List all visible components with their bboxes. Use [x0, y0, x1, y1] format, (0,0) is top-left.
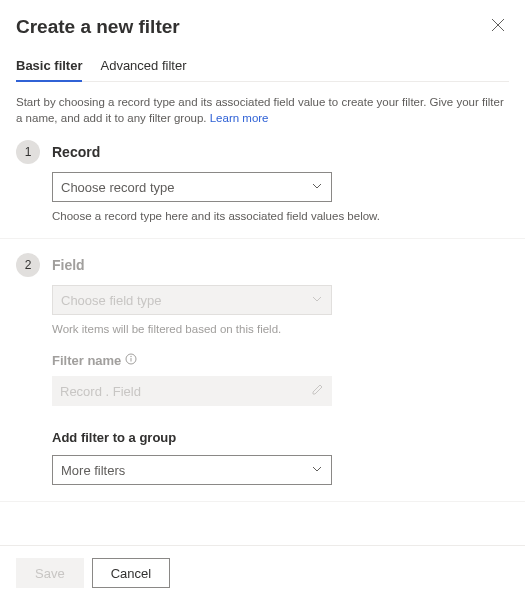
step-field-title: Field	[52, 257, 85, 273]
tab-basic-filter[interactable]: Basic filter	[16, 58, 82, 81]
step-record-title: Record	[52, 144, 100, 160]
filter-name-label: Filter name	[52, 353, 509, 368]
filter-name-input: Record . Field	[52, 376, 332, 406]
record-helper-text: Choose a record type here and its associ…	[52, 210, 509, 222]
record-type-select[interactable]: Choose record type	[52, 172, 332, 202]
field-helper-text: Work items will be filtered based on thi…	[52, 323, 509, 335]
field-type-placeholder: Choose field type	[61, 293, 161, 308]
step-record: 1 Record Choose record type Choose a rec…	[0, 126, 525, 239]
chevron-down-icon	[311, 180, 323, 195]
filter-name-label-text: Filter name	[52, 353, 121, 368]
footer: Save Cancel	[0, 545, 525, 600]
record-type-placeholder: Choose record type	[61, 180, 174, 195]
svg-point-1	[131, 356, 132, 357]
close-icon	[491, 18, 505, 32]
filter-group-select[interactable]: More filters	[52, 455, 332, 485]
filter-group-value: More filters	[61, 463, 125, 478]
step-number-1: 1	[16, 140, 40, 164]
tab-bar: Basic filter Advanced filter	[16, 58, 509, 82]
info-icon[interactable]	[125, 353, 137, 368]
filter-name-placeholder: Record . Field	[60, 384, 141, 399]
chevron-down-icon	[311, 293, 323, 308]
intro-text: Start by choosing a record type and its …	[16, 94, 509, 126]
save-button: Save	[16, 558, 84, 588]
step-number-2: 2	[16, 253, 40, 277]
chevron-down-icon	[311, 463, 323, 478]
learn-more-link[interactable]: Learn more	[210, 112, 269, 124]
step-field: 2 Field Choose field type Work items wil…	[0, 239, 525, 502]
close-button[interactable]	[487, 16, 509, 38]
edit-icon	[311, 383, 324, 399]
add-to-group-label: Add filter to a group	[52, 430, 509, 445]
tab-advanced-filter[interactable]: Advanced filter	[100, 58, 186, 81]
cancel-button[interactable]: Cancel	[92, 558, 170, 588]
field-type-select: Choose field type	[52, 285, 332, 315]
svg-rect-2	[131, 358, 132, 362]
panel-title: Create a new filter	[16, 16, 180, 38]
